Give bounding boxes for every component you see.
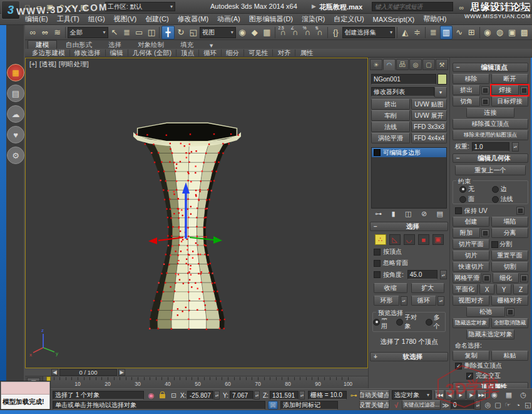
pan-hand-icon[interactable]: ☞: [503, 400, 513, 410]
loop-button[interactable]: 循环: [411, 296, 437, 306]
edit-geometry-button-隐藏选定对象[interactable]: 隐藏选定对象: [453, 318, 489, 328]
use-pivot-point-icon[interactable]: ◉: [237, 26, 248, 39]
menu-item-1[interactable]: 工具(T): [57, 14, 79, 24]
edit-geometry-button-切割[interactable]: 切割: [491, 262, 528, 272]
ignore-backfacing-checkbox[interactable]: [374, 260, 381, 267]
ribbon-tool-3[interactable]: 几何体 (全部): [128, 49, 176, 58]
search-binoculars-icon[interactable]: ∞: [457, 3, 466, 12]
set-keys-key-icon[interactable]: ⊶: [349, 391, 358, 400]
preserve-uv-settings[interactable]: [516, 207, 524, 215]
search-input[interactable]: [372, 2, 453, 11]
edit-geometry-settings-松弛[interactable]: [506, 308, 514, 316]
preview-radio-2[interactable]: [426, 319, 432, 326]
show-end-result-icon[interactable]: ▮: [391, 210, 395, 218]
key-filters-button[interactable]: 关键点过滤器...: [402, 400, 441, 410]
ribbon-tab-3[interactable]: 对象绘制: [130, 41, 171, 49]
time-configuration-icon[interactable]: ◷: [518, 390, 528, 400]
ribbon-tool-5[interactable]: 循环: [199, 49, 221, 58]
ribbon-tool-0[interactable]: 多边形建模: [28, 49, 69, 58]
expand-arrow-icon[interactable]: ▶: [312, 3, 316, 9]
modifier-button-2-0[interactable]: 法线: [371, 122, 410, 132]
unlink-selection-icon[interactable]: ∞: [39, 26, 51, 39]
edit-vertices-settings-挤出[interactable]: [481, 86, 489, 95]
minimize-button[interactable]: –: [491, 3, 501, 11]
tab-display[interactable]: ▢: [422, 59, 435, 70]
auto-key-button[interactable]: 自动关键点: [359, 390, 389, 400]
edit-geometry-rollout[interactable]: −编辑几何体: [453, 153, 528, 163]
z-coord-field[interactable]: 131.591: [270, 391, 299, 400]
next-frame-button[interactable]: ▶: [118, 369, 125, 376]
modifier-button-1-0[interactable]: 车削: [371, 110, 410, 121]
set-key-button[interactable]: 设置关键点: [359, 400, 389, 410]
edit-vertices-rollout[interactable]: −编辑顶点: [453, 63, 528, 72]
edit-geometry-button-全部取消隐藏[interactable]: 全部取消隐藏: [491, 318, 528, 328]
copy-button[interactable]: 复制: [453, 351, 489, 361]
edit-vertices-settings-切角[interactable]: [481, 98, 489, 106]
chevron-down-icon[interactable]: ▾: [434, 87, 447, 98]
tab-modify[interactable]: ◠: [383, 59, 396, 70]
edit-geometry-button-Z[interactable]: Z: [513, 284, 528, 294]
edit-geometry-button-X[interactable]: X: [479, 284, 494, 294]
by-angle-spinner[interactable]: ▴▾: [440, 270, 447, 279]
ribbon-tool-8[interactable]: 对齐: [273, 49, 295, 58]
select-and-scale-icon[interactable]: ◱: [187, 26, 199, 39]
edit-geometry-button-分离[interactable]: 分离: [491, 228, 528, 238]
edit-geometry-button-平面化[interactable]: 平面化: [453, 284, 478, 294]
menu-item-7[interactable]: 图形编辑器(D): [249, 14, 293, 24]
keyboard-shortcut-override-icon[interactable]: ▦: [261, 26, 273, 39]
modifier-button-2-1[interactable]: FFD 3x3x3: [411, 122, 447, 132]
gear-icon[interactable]: ⚙: [7, 147, 24, 164]
material-editor-icon[interactable]: ◉: [481, 26, 493, 39]
schematic-view-icon[interactable]: ⊞: [466, 26, 478, 39]
select-and-rotate-icon[interactable]: ↻: [175, 26, 187, 39]
mirror-icon[interactable]: ◭: [399, 26, 411, 39]
open-file-icon[interactable]: ▱: [34, 3, 43, 12]
menu-item-9[interactable]: 自定义(U): [334, 14, 364, 24]
viewport-view-label[interactable]: [透视]: [39, 60, 56, 69]
selection-filter-dropdown[interactable]: 全部▾: [68, 27, 108, 38]
edit-vertices-button-连接[interactable]: 连接: [466, 108, 514, 118]
remove-modifier-icon[interactable]: ⊘: [421, 210, 427, 218]
new-key-icon[interactable]: ▦: [504, 390, 514, 400]
previous-frame-button[interactable]: ◀: [51, 369, 58, 376]
constraint-radio-1[interactable]: [492, 186, 499, 193]
go-to-start-button[interactable]: |◀◀: [434, 390, 444, 400]
edit-geometry-button-快速切片[interactable]: 快速切片: [453, 262, 489, 272]
edit-geometry-button-切片平面[interactable]: 切片平面: [453, 239, 489, 249]
help-tools-icon[interactable]: ⚙: [469, 3, 479, 12]
shrink-button[interactable]: 收缩: [374, 283, 407, 293]
edit-geometry-button-松弛[interactable]: 松弛: [466, 307, 505, 317]
workspace-dropdown[interactable]: 工作区: 默认▾: [105, 2, 175, 11]
key-step-mode-icon[interactable]: ≫: [442, 401, 449, 410]
edit-vertices-button-切角[interactable]: 切角: [453, 96, 480, 106]
edit-geometry-button-附加[interactable]: 附加: [453, 228, 480, 238]
current-frame-spinner[interactable]: ▴▾: [475, 400, 481, 410]
geometry-checkbox-0[interactable]: ✓: [455, 363, 462, 370]
tab-motion[interactable]: ◎: [409, 59, 422, 70]
ring-spinner[interactable]: ▴▾: [401, 296, 407, 306]
preview-radio-1[interactable]: [396, 319, 403, 326]
edit-geometry-button-切片[interactable]: 切片: [453, 251, 489, 261]
grow-button[interactable]: 扩大: [411, 283, 445, 293]
viewport-shading-label[interactable]: [明暗处理]: [59, 60, 89, 69]
isolate-pin-icon[interactable]: ◉: [146, 391, 156, 400]
heart-icon[interactable]: ♥: [7, 126, 24, 143]
key-filters-check-icon[interactable]: √: [392, 401, 401, 410]
new-file-icon[interactable]: □: [23, 3, 32, 12]
redo-icon[interactable]: ↷: [68, 3, 77, 12]
modifier-button-3-0[interactable]: 涡轮平滑: [371, 133, 410, 143]
constraint-radio-0[interactable]: [459, 186, 466, 193]
curve-editor-icon[interactable]: ∿: [453, 26, 465, 39]
ring-button[interactable]: 环形: [374, 296, 399, 306]
menu-item-4[interactable]: 创建(C): [145, 14, 168, 24]
3dsmax-logo-button[interactable]: 3: [1, 1, 20, 19]
zoom-extents-icon[interactable]: ▢: [493, 400, 503, 410]
soft-selection-rollout[interactable]: +软选择: [370, 352, 448, 361]
weight-spinner[interactable]: ▴▾: [512, 142, 519, 152]
repeat-last-button[interactable]: 重复上一个: [455, 165, 526, 175]
edge-subobject-icon[interactable]: ◺: [389, 234, 401, 245]
tab-utilities[interactable]: ⚒: [436, 59, 448, 70]
ribbon-tool-1[interactable]: 修改选择: [70, 49, 105, 58]
save-file-icon[interactable]: ▣: [45, 3, 54, 12]
element-subobject-icon[interactable]: ▣: [432, 234, 444, 245]
